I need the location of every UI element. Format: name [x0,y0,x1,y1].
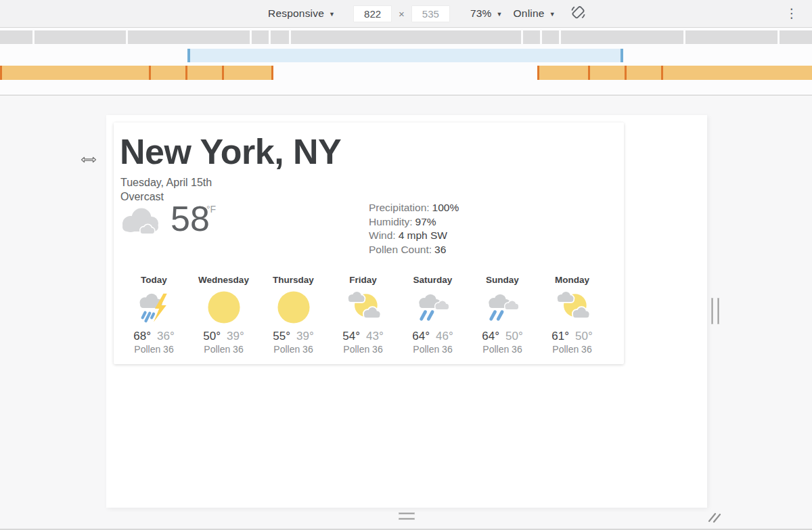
throttling-select[interactable]: Online ▼ [514,7,556,20]
forecast-row: Today 68° 36° Pollen 36 Wednesday 50° 39… [119,275,607,355]
ruler-segment[interactable] [523,30,540,44]
pollen-label: Pollen 36 [204,344,243,355]
forecast-temps: 55° 39° [273,330,313,342]
forecast-day-label: Friday [349,275,377,287]
forecast-day-label: Wednesday [198,275,249,287]
zoom-select[interactable]: 73% ▼ [470,7,503,20]
weather-details: Precipitation:100% Humidity:97% Wind:4 m… [369,201,459,257]
min-width-bar-cap[interactable] [0,66,2,80]
low-temp: 50° [575,330,593,342]
current-temperature: 58 [171,201,210,236]
high-temp: 61° [551,330,569,342]
high-temp: 68° [133,330,151,342]
min-width-bar-row [0,66,812,80]
ruler-segment[interactable] [561,30,683,44]
ruler-segment[interactable] [252,30,269,44]
zoom-level-label: 73% [470,7,492,20]
min-width-bar-divider[interactable] [149,66,151,80]
forecast-temps: 68° 36° [133,330,174,342]
device-type-select[interactable]: Responsive ▼ [268,7,335,20]
current-condition: Overcast [120,190,164,204]
devtools-device-mode: Responsive ▼ × 73% ▼ Online ▼ [0,0,812,530]
max-width-bar-cap[interactable] [621,49,623,62]
min-width-bar-divider[interactable] [222,66,224,80]
right-resize-handle[interactable] [711,298,719,324]
chevron-down-icon: ▼ [497,11,503,18]
dimension-separator: × [399,8,405,20]
ruler-segment[interactable] [685,30,777,44]
forecast-column: Thursday 55° 39° Pollen 36 [258,275,328,355]
ruler-segment[interactable] [35,30,126,44]
low-temp: 46° [436,330,453,342]
storm-icon [137,290,171,324]
emulated-viewport: New York, NY Tuesday, April 15th Overcas… [106,115,707,508]
detail-row: Precipitation:100% [369,201,459,215]
device-area: New York, NY Tuesday, April 15th Overcas… [0,96,812,530]
ruler-segment[interactable] [128,30,250,44]
rotate-icon [569,4,587,23]
min-width-media-query-bar[interactable] [537,66,812,80]
rotate-viewport-button[interactable] [569,4,587,23]
ruler-segment[interactable] [271,30,289,44]
low-temp: 39° [227,330,244,342]
partly-cloudy-icon [556,290,589,324]
ruler-segment[interactable] [0,30,32,44]
resize-cursor-icon [81,154,97,168]
forecast-temps: 64° 50° [482,330,522,342]
chevron-down-icon: ▼ [329,11,335,18]
detail-label: Precipitation: [369,202,430,213]
device-toolbar-controls: Responsive ▼ × 73% ▼ Online ▼ [268,0,587,27]
viewport-width-input[interactable] [353,5,392,22]
forecast-column: Sunday 64° 50° Pollen 36 [468,275,537,355]
temperature-unit: °F [206,204,216,215]
ruler-segment[interactable] [780,30,812,44]
forecast-temps: 61° 50° [551,330,592,342]
high-temp: 64° [412,330,430,342]
detail-row: Wind:4 mph SW [369,229,459,243]
more-options-button[interactable]: ⋮ [784,5,800,22]
min-width-bar-divider[interactable] [661,66,663,80]
chevron-down-icon: ▼ [549,11,556,18]
forecast-temps: 54° 43° [342,330,383,342]
current-date: Tuesday, April 15th [120,175,212,190]
forecast-column: Saturday 64° 46° Pollen 36 [398,275,468,355]
device-toolbar: Responsive ▼ × 73% ▼ Online ▼ [0,0,812,28]
viewport-height-input[interactable] [411,5,450,22]
rainy-icon [486,290,520,324]
forecast-temps: 64° 46° [412,330,453,342]
min-width-bar-divider[interactable] [625,66,627,80]
high-temp: 64° [482,330,499,342]
forecast-column: Today 68° 36° Pollen 36 [119,275,189,355]
max-width-bar-cap[interactable] [187,49,190,62]
forecast-column: Wednesday 50° 39° Pollen 36 [189,275,258,355]
detail-value: 100% [432,202,459,213]
pollen-label: Pollen 36 [552,344,591,355]
low-temp: 50° [505,330,523,342]
corner-resize-handle[interactable] [706,510,724,527]
forecast-day-label: Saturday [413,275,453,287]
high-temp: 54° [342,330,360,342]
max-width-media-query-bar[interactable] [187,49,623,62]
more-vertical-icon: ⋮ [786,6,798,20]
min-width-bar-divider[interactable] [588,66,590,80]
min-width-media-query-bar[interactable] [0,66,273,80]
throttling-label: Online [514,7,545,20]
bottom-resize-handle[interactable] [399,512,415,520]
min-width-bar-cap[interactable] [537,66,539,80]
detail-label: Pollen Count: [369,244,432,255]
media-query-inspector [0,28,812,95]
detail-row: Humidity:97% [369,215,459,229]
ruler-segment[interactable] [542,30,559,44]
device-type-label: Responsive [268,7,324,20]
detail-value: 36 [434,244,446,255]
min-width-bar-cap[interactable] [271,66,273,80]
detail-row: Pollen Count:36 [369,243,459,257]
ruler-bar-row [0,30,812,44]
low-temp: 43° [366,330,384,342]
forecast-day-label: Thursday [273,275,314,287]
forecast-temps: 50° 39° [203,330,244,342]
sunny-icon [277,290,311,324]
ruler-segment[interactable] [291,30,521,44]
min-width-bar-divider[interactable] [185,66,187,80]
sunny-icon [207,290,241,324]
